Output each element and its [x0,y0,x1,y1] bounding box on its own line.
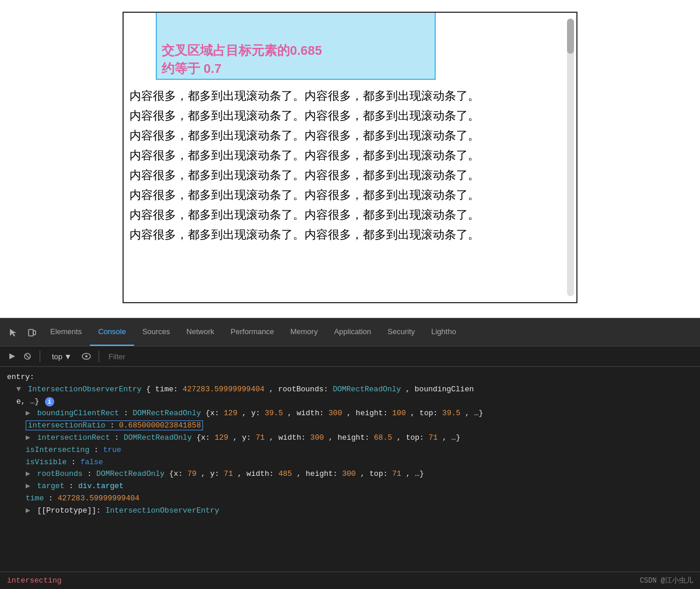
bounding-rect-line: ▶ boundingClientRect : DOMRectReadOnly {… [7,408,693,420]
scroll-line: 内容很多，都多到出现滚动条了。内容很多，都多到出现滚动条了。 [130,205,565,225]
svg-point-6 [85,355,88,357]
devtools-tabbar: Elements Console Sources Network Perform… [0,318,700,346]
intersecting-label: intersecting [7,576,62,585]
cursor-icon[interactable] [5,324,22,341]
observer-entry-cont: e, …} i [7,396,693,408]
console-bottom-bar: intersecting CSDN @江小虫儿 [0,572,700,589]
console-output: entry: ▼ IntersectionObserverEntry { tim… [0,367,700,572]
console-toolbar: top ▼ [0,346,700,367]
eye-button[interactable] [80,350,93,363]
target-line: ▶ target : div.target [7,481,693,493]
scroll-line: 内容很多，都多到出现滚动条了。内容很多，都多到出现滚动条了。 [130,106,565,125]
observer-entry-line: ▼ IntersectionObserverEntry { time: 4272… [7,384,693,396]
tab-performance[interactable]: Performance [222,318,282,346]
intersection-rect-line: ▶ intersectionRect : DOMRectReadOnly {x:… [7,432,693,444]
svg-rect-1 [33,331,36,335]
tab-network[interactable]: Network [178,318,223,346]
bounding-collapse[interactable]: ▶ [26,409,30,418]
devtools-panel: Elements Console Sources Network Perform… [0,318,700,589]
toolbar-divider2 [99,350,99,362]
info-icon: i [45,397,54,406]
watermark: CSDN @江小虫儿 [640,576,693,586]
scroll-content: 内容很多，都多到出现滚动条了。内容很多，都多到出现滚动条了。 内容很多，都多到出… [130,86,565,244]
entry-label: entry: [7,371,693,384]
tab-console[interactable]: Console [90,318,134,346]
rootbounds-collapse[interactable]: ▶ [26,469,30,478]
scrollbar-track[interactable] [567,19,574,296]
svg-rect-0 [29,329,33,336]
tab-sources[interactable]: Sources [134,318,178,346]
intersection-collapse[interactable]: ▶ [26,433,30,442]
scroll-line: 内容很多，都多到出现滚动条了。内容很多，都多到出现滚动条了。 [130,185,565,205]
proto-collapse[interactable]: ▶ [26,506,30,515]
scroll-line: 内容很多，都多到出现滚动条了。内容很多，都多到出现滚动条了。 [130,225,565,244]
filter-input[interactable] [105,351,694,362]
context-selector[interactable]: top ▼ [48,351,75,362]
prototype-line: ▶ [[Prototype]]: IntersectionObserverEnt… [7,505,693,517]
svg-marker-2 [9,353,15,359]
device-icon[interactable] [23,324,41,341]
is-intersecting-line: isIntersecting : true [7,444,693,457]
scroll-line: 内容很多，都多到出现滚动条了。内容很多，都多到出现滚动条了。 [130,125,565,145]
collapse-arrow[interactable]: ▼ [16,385,21,394]
svg-line-4 [26,355,30,359]
scroll-line: 内容很多，都多到出现滚动条了。内容很多，都多到出现滚动条了。 [130,86,565,106]
tab-security[interactable]: Security [379,318,423,346]
tab-lighthouse[interactable]: Lightho [423,318,464,346]
time-line: time : 427283.59999999404 [7,493,693,505]
tab-memory[interactable]: Memory [282,318,326,346]
root-bounds-line: ▶ rootBounds : DOMRectReadOnly {x: 79 , … [7,468,693,481]
run-button[interactable] [6,350,19,363]
scroll-line: 内容很多，都多到出现滚动条了。内容很多，都多到出现滚动条了。 [130,165,565,185]
main-content-area: 交叉区域占目标元素的0.685约等于 0.7 ↗ 内容很多，都多到出现滚动条了。… [0,0,700,318]
is-visible-line: isVisible : false [7,457,693,469]
intersection-ratio-line: intersectionRatio : 0.6850000023841858 [7,420,693,432]
scroll-line: 内容很多，都多到出现滚动条了。内容很多，都多到出现滚动条了。 [130,145,565,165]
block-button[interactable] [21,350,34,363]
annotation-text: 交叉区域占目标元素的0.685约等于 0.7 [162,42,322,78]
tab-elements[interactable]: Elements [42,318,90,346]
scrollbar-thumb[interactable] [567,19,574,54]
viewport-box: 交叉区域占目标元素的0.685约等于 0.7 ↗ 内容很多，都多到出现滚动条了。… [123,12,578,303]
toolbar-divider [40,350,40,362]
tab-application[interactable]: Application [326,318,380,346]
target-collapse[interactable]: ▶ [26,482,30,490]
